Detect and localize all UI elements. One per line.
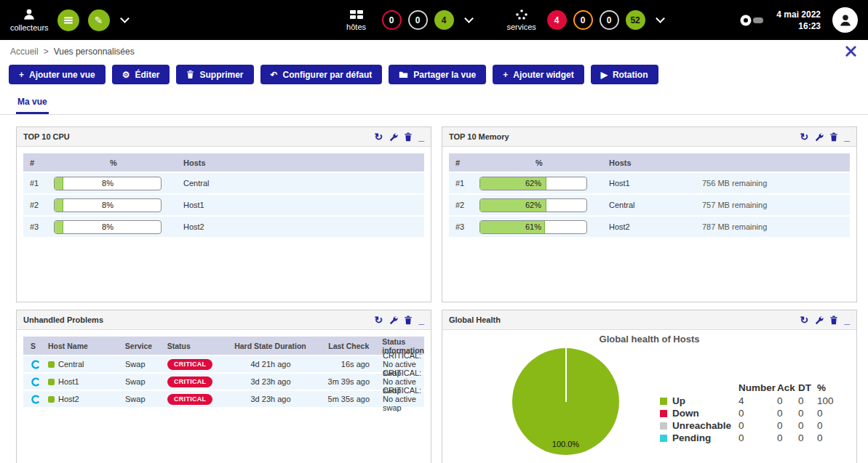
service-chart-icon[interactable]	[31, 360, 40, 369]
widget-header: TOP 10 CPU ↻ _	[17, 127, 431, 147]
memory-progress-bar: 62%	[479, 198, 587, 212]
host-name[interactable]: Central	[599, 201, 674, 209]
refresh-icon[interactable]: ↻	[374, 132, 383, 142]
plus-icon: +	[503, 71, 508, 79]
services-warning-badge[interactable]: 0	[573, 10, 593, 30]
chart-title: Global health of Hosts	[442, 334, 856, 345]
rotation-button[interactable]: ▶ Rotation	[591, 65, 658, 84]
wrench-icon[interactable]	[389, 315, 398, 325]
trash-icon[interactable]	[829, 315, 838, 325]
add-widget-button[interactable]: + Ajouter widget	[493, 65, 584, 84]
down-swatch	[660, 410, 667, 417]
services-critical-badge[interactable]: 4	[547, 10, 567, 30]
legend-label: Down	[672, 408, 699, 419]
pollers-chevron-down-icon[interactable]	[120, 14, 130, 23]
poller-export-button[interactable]: ✎	[88, 9, 110, 31]
host-name-cell: Central	[48, 360, 125, 369]
hosts-up-badge[interactable]: 4	[434, 10, 454, 30]
health-legend: Number Ack DT % Up 4 0 0 100	[659, 382, 843, 444]
minimize-icon[interactable]: _	[844, 132, 850, 142]
minimize-icon[interactable]: _	[844, 315, 850, 325]
refresh-icon[interactable]: ↻	[800, 132, 808, 142]
minimize-icon[interactable]: _	[418, 132, 424, 142]
memory-remaining: 757 MB remaining	[674, 201, 767, 209]
widget-body: S Host Name Service Status Hard State Du…	[17, 330, 431, 463]
minimize-icon[interactable]: _	[418, 315, 424, 325]
delete-view-button[interactable]: Supprimer	[176, 65, 253, 84]
services-label: services	[506, 23, 535, 31]
legend-pct: 100	[816, 395, 843, 407]
hosts-menu[interactable]: hôtes	[338, 9, 375, 31]
share-view-button[interactable]: Partager la vue	[389, 65, 486, 84]
service-name[interactable]: Swap	[125, 395, 167, 403]
host-name[interactable]: Host2	[173, 222, 249, 231]
edit-view-button[interactable]: ⚙ Éditer	[112, 65, 170, 84]
services-unknown-badge[interactable]: 0	[600, 10, 619, 30]
poller-list-button[interactable]	[57, 9, 79, 31]
legend-dt: 0	[797, 419, 816, 432]
tab-ma-vue[interactable]: Ma vue	[16, 94, 49, 114]
service-name[interactable]: Swap	[125, 377, 167, 386]
refresh-icon[interactable]: ↻	[374, 315, 383, 325]
pollers-menu[interactable]: collecteurs	[10, 8, 49, 32]
refresh-icon[interactable]: ↻	[800, 315, 808, 325]
host-name[interactable]: Central	[173, 179, 249, 188]
service-chart-icon[interactable]	[31, 395, 40, 404]
legend-dt: 0	[797, 432, 816, 444]
hosts-unreachable-badge[interactable]: 0	[408, 10, 428, 30]
pie-percentage-label: 100.0%	[512, 440, 619, 448]
hosts-chevron-down-icon[interactable]	[464, 14, 474, 23]
rank-cell: #2	[449, 201, 479, 209]
settings-toggle-icon[interactable]	[738, 13, 765, 28]
trash-icon[interactable]	[404, 315, 413, 325]
host-name-cell: Host1	[48, 377, 125, 386]
host-name[interactable]: Host1	[173, 201, 249, 209]
host-name[interactable]: Host2	[58, 395, 79, 403]
legend-header-row: Number Ack DT %	[659, 382, 843, 395]
wrench-icon[interactable]	[814, 132, 824, 142]
col-rank: #	[23, 158, 54, 167]
services-ok-badge[interactable]: 52	[626, 10, 645, 30]
services-menu[interactable]: services	[503, 9, 541, 31]
host-name[interactable]: Host1	[58, 377, 79, 386]
duration-cell: 3d 23h ago	[230, 395, 311, 403]
table-row: Host2 Swap CRITICAL 3d 23h ago 5m 35s ag…	[23, 391, 424, 407]
user-avatar[interactable]	[832, 7, 858, 33]
widget-header: TOP 10 Memory ↻ _	[442, 127, 856, 147]
hosts-down-badge[interactable]: 0	[382, 10, 402, 30]
widget-title: Unhandled Problems	[23, 315, 103, 324]
edit-tools-icon[interactable]	[844, 44, 858, 58]
service-graph-cell	[23, 377, 48, 387]
col-s: S	[23, 342, 48, 350]
play-icon: ▶	[601, 71, 608, 79]
host-name[interactable]: Host1	[599, 179, 674, 188]
host-name[interactable]: Central	[58, 360, 84, 369]
default-config-button[interactable]: ↶ Configurer par défaut	[260, 65, 383, 84]
add-view-label: Ajouter une vue	[29, 70, 95, 80]
col-duration: Hard State Duration	[230, 342, 311, 350]
add-view-button[interactable]: + Ajouter une vue	[9, 65, 105, 84]
service-chart-icon[interactable]	[31, 377, 40, 387]
pencil-icon: ✎	[95, 15, 103, 25]
pie-slice-divider	[565, 348, 567, 402]
service-name[interactable]: Swap	[125, 360, 167, 369]
wrench-icon[interactable]	[814, 315, 824, 325]
pending-swatch	[660, 435, 667, 442]
host-name[interactable]: Host2	[599, 222, 674, 231]
widget-top10-memory: TOP 10 Memory ↻ _ # % Hosts #1 62%	[442, 126, 857, 302]
legend-dt: 0	[797, 395, 816, 407]
progress-label: 8%	[55, 177, 161, 190]
views-tabbar: Ma vue	[0, 91, 868, 115]
table-row: Central Swap CRITICAL 4d 21h ago 16s ago…	[23, 356, 424, 372]
current-time: 16:23	[798, 21, 821, 31]
trash-icon[interactable]	[404, 132, 413, 142]
breadcrumb-home[interactable]: Accueil	[10, 47, 39, 57]
widget-global-health: Global Health ↻ _ Global health of Hosts…	[442, 310, 857, 463]
legend-pct: 0	[816, 419, 843, 432]
col-rank: #	[449, 158, 479, 167]
widget-title: TOP 10 CPU	[23, 132, 70, 141]
folder-icon	[399, 71, 408, 78]
trash-icon[interactable]	[829, 132, 838, 142]
wrench-icon[interactable]	[389, 132, 398, 142]
services-chevron-down-icon[interactable]	[656, 14, 665, 23]
